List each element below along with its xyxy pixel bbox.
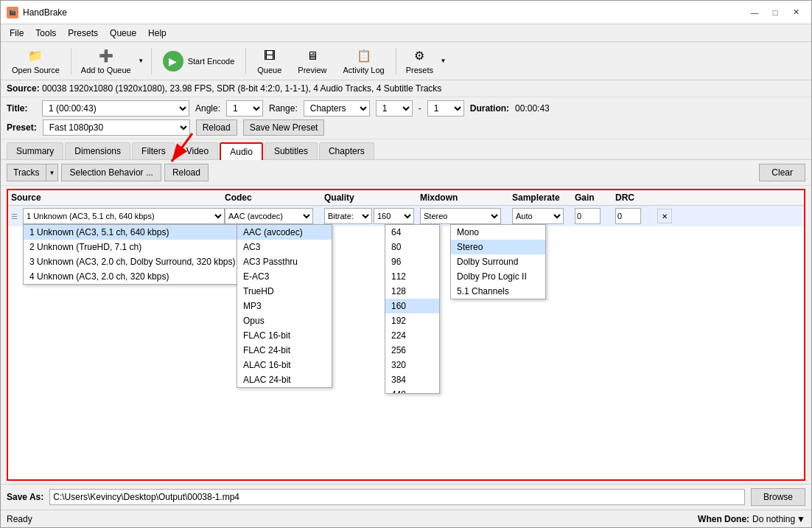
reload-button[interactable]: Reload	[196, 119, 237, 136]
title-bar-left: 🎬 HandBrake	[7, 7, 67, 18]
tab-audio[interactable]: Audio	[220, 142, 263, 160]
selection-behavior-button[interactable]: Selection Behavior ...	[61, 164, 161, 181]
preview-icon: 🖥	[304, 48, 321, 64]
menu-queue[interactable]: Queue	[104, 27, 142, 40]
mixdown-select[interactable]: Stereo	[420, 208, 501, 224]
codec-option-truehd[interactable]: TrueHD	[237, 284, 332, 299]
preset-label: Preset:	[7, 122, 37, 133]
tab-summary[interactable]: Summary	[7, 142, 63, 159]
fields-area: Title: 1 (00:00:43) Angle: 1 Range: Chap…	[1, 97, 811, 139]
start-encode-button[interactable]: ▶ Start Encode	[156, 45, 242, 77]
mixdown-mono[interactable]: Mono	[451, 225, 545, 240]
drc-input[interactable]	[615, 208, 641, 224]
tab-video[interactable]: Video	[177, 142, 218, 159]
start-encode-play-icon: ▶	[163, 51, 183, 72]
preview-button[interactable]: 🖥 Preview	[291, 45, 333, 77]
quality-384[interactable]: 384	[385, 372, 439, 387]
audio-tab-content: Tracks ▼ Selection Behavior ... Reload C…	[1, 160, 811, 484]
mixdown-5.1[interactable]: 5.1 Channels	[451, 284, 545, 299]
minimize-button[interactable]: —	[745, 5, 764, 20]
tabs-bar: Summary Dimensions Filters Video Audio S…	[1, 139, 811, 160]
mixdown-stereo[interactable]: Stereo	[451, 240, 545, 254]
presets-arrow[interactable]: ▼	[438, 45, 449, 77]
codec-option-flac24[interactable]: FLAC 24-bit	[237, 343, 332, 358]
codec-option-alac16[interactable]: ALAC 16-bit	[237, 358, 332, 372]
quality-320[interactable]: 320	[385, 358, 439, 372]
reload-audio-button[interactable]: Reload	[164, 164, 209, 181]
queue-button[interactable]: 🎞 Queue	[251, 45, 288, 77]
title-select[interactable]: 1 (00:00:43)	[42, 100, 189, 117]
mixdown-dolby-pro[interactable]: Dolby Pro Logic II	[451, 269, 545, 284]
delete-row-button[interactable]: ✕	[657, 209, 672, 223]
gain-input[interactable]	[575, 208, 601, 224]
codec-select[interactable]: AAC (avcodec)	[225, 208, 313, 224]
preset-row: Preset: Fast 1080p30 Reload Save New Pre…	[7, 119, 805, 136]
audio-row-1: ☰ 1 Unknown (AC3, 5.1 ch, 640 kbps) AAC …	[8, 206, 804, 226]
presets-button[interactable]: ⚙ Presets	[401, 45, 438, 77]
activity-log-button[interactable]: 📋 Activity Log	[336, 45, 391, 77]
quality-160[interactable]: 160	[385, 299, 439, 313]
add-to-queue-button[interactable]: ➕ Add to Queue	[76, 45, 136, 77]
quality-80[interactable]: 80	[385, 240, 439, 254]
codec-option-flac16[interactable]: FLAC 16-bit	[237, 328, 332, 343]
maximize-button[interactable]: □	[766, 5, 785, 20]
codec-option-ac3[interactable]: AC3	[237, 240, 332, 254]
samplerate-cell: Auto	[512, 208, 575, 224]
close-button[interactable]: ✕	[786, 5, 805, 20]
quality-mode-select[interactable]: Bitrate:	[324, 208, 372, 224]
codec-option-aac[interactable]: AAC (avcodec)	[237, 225, 332, 240]
tab-subtitles[interactable]: Subtitles	[265, 142, 318, 159]
browse-button[interactable]: Browse	[751, 488, 805, 506]
angle-select[interactable]: 1	[226, 100, 263, 117]
drag-handle[interactable]: ☰	[11, 212, 23, 220]
samplerate-select[interactable]: Auto	[512, 208, 564, 224]
quality-64[interactable]: 64	[385, 225, 439, 240]
save-new-preset-button[interactable]: Save New Preset	[243, 119, 325, 136]
quality-128[interactable]: 128	[385, 284, 439, 299]
codec-option-opus[interactable]: Opus	[237, 313, 332, 328]
quality-448[interactable]: 448	[385, 387, 439, 394]
open-source-button[interactable]: 📁 Open Source	[5, 45, 66, 77]
clear-button[interactable]: Clear	[759, 164, 805, 181]
range-from-select[interactable]: 1	[376, 100, 413, 117]
source-select[interactable]: 1 Unknown (AC3, 5.1 ch, 640 kbps)	[23, 208, 225, 224]
quality-96[interactable]: 96	[385, 254, 439, 269]
mixdown-dolby[interactable]: Dolby Surround	[451, 254, 545, 269]
quality-192[interactable]: 192	[385, 313, 439, 328]
quality-256[interactable]: 256	[385, 343, 439, 358]
quality-224[interactable]: 224	[385, 328, 439, 343]
when-done-chevron[interactable]: ▼	[797, 514, 805, 524]
add-to-queue-arrow[interactable]: ▼	[136, 45, 147, 77]
bitrate-select[interactable]: 160	[374, 208, 414, 224]
drc-cell	[615, 208, 656, 224]
source-option-1[interactable]: 1 Unknown (AC3, 5.1 ch, 640 kbps)	[24, 225, 243, 240]
range-to-select[interactable]: 1	[427, 100, 464, 117]
menu-presets[interactable]: Presets	[62, 27, 104, 40]
header-gain: Gain	[575, 192, 615, 203]
tab-dimensions[interactable]: Dimensions	[65, 142, 130, 159]
preset-select[interactable]: Fast 1080p30	[43, 119, 190, 136]
tab-filters[interactable]: Filters	[132, 142, 175, 159]
queue-icon: 🎞	[261, 48, 279, 64]
range-select[interactable]: Chapters	[304, 100, 370, 117]
save-as-input[interactable]: C:\Users\Kevincy\Desktop\Output\00038-1.…	[49, 489, 745, 505]
codec-option-eac3[interactable]: E-AC3	[237, 269, 332, 284]
range-label: Range:	[269, 103, 298, 114]
tracks-arrow-button[interactable]: ▼	[46, 164, 59, 181]
codec-option-alac24[interactable]: ALAC 24-bit	[237, 372, 332, 387]
menu-file[interactable]: File	[4, 27, 29, 40]
tracks-button[interactable]: Tracks	[7, 164, 46, 181]
codec-option-ac3passthru[interactable]: AC3 Passthru	[237, 254, 332, 269]
source-option-4[interactable]: 4 Unknown (AC3, 2.0 ch, 320 kbps)	[24, 269, 243, 284]
source-option-2[interactable]: 2 Unknown (TrueHD, 7.1 ch)	[24, 240, 243, 254]
tracks-group: Tracks ▼	[7, 164, 58, 181]
presets-group: ⚙ Presets ▼	[401, 45, 449, 77]
tab-chapters[interactable]: Chapters	[319, 142, 374, 159]
quality-112[interactable]: 112	[385, 269, 439, 284]
activity-log-icon: 📋	[355, 48, 373, 64]
menu-help[interactable]: Help	[142, 27, 172, 40]
codec-option-mp3[interactable]: MP3	[237, 299, 332, 313]
add-to-queue-icon: ➕	[97, 48, 115, 64]
source-option-3[interactable]: 3 Unknown (AC3, 2.0 ch, Dolby Surround, …	[24, 254, 243, 269]
menu-tools[interactable]: Tools	[29, 27, 62, 40]
